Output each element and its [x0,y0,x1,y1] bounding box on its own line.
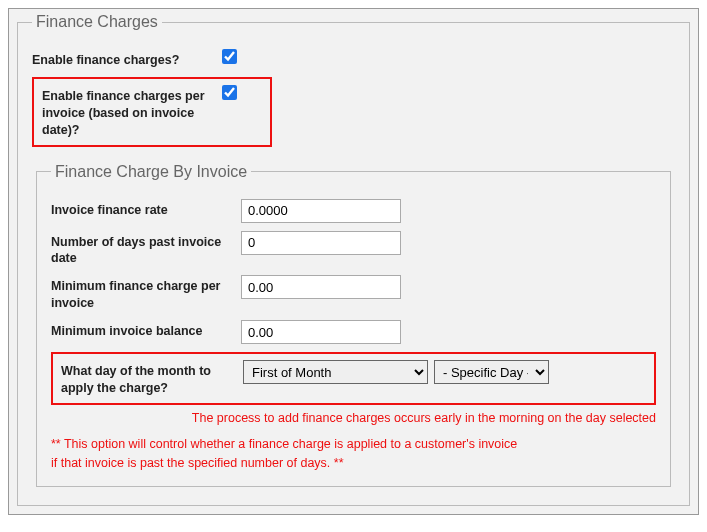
by-invoice-legend: Finance Charge By Invoice [51,163,251,181]
rate-label: Invoice finance rate [51,199,241,219]
apply-day-label: What day of the month to apply the charg… [61,360,243,397]
process-note: The process to add finance charges occur… [51,411,656,425]
enable-per-invoice-checkbox[interactable] [222,85,237,100]
min-charge-row: Minimum finance charge per invoice [51,275,656,312]
settings-panel: Finance Charges Enable finance charges? … [8,8,699,515]
rate-row: Invoice finance rate [51,199,656,223]
enable-row: Enable finance charges? [32,49,675,69]
per-invoice-label: Enable finance charges per invoice (base… [42,85,222,139]
apply-day-highlight: What day of the month to apply the charg… [51,352,656,405]
invoice-finance-rate-input[interactable] [241,199,401,223]
min-invoice-balance-input[interactable] [241,320,401,344]
per-invoice-highlight: Enable finance charges per invoice (base… [32,77,272,147]
min-charge-label: Minimum finance charge per invoice [51,275,241,312]
option-note-line1: ** This option will control whether a fi… [51,435,656,454]
finance-charges-legend: Finance Charges [32,13,162,31]
enable-label: Enable finance charges? [32,49,222,69]
min-balance-label: Minimum invoice balance [51,320,241,340]
days-past-invoice-input[interactable] [241,231,401,255]
days-label: Number of days past invoice date [51,231,241,268]
apply-day-specific-select[interactable]: - Specific Day - [434,360,549,384]
option-note-line2: if that invoice is past the specified nu… [51,454,656,473]
min-balance-row: Minimum invoice balance [51,320,656,344]
finance-charge-by-invoice-fieldset: Finance Charge By Invoice Invoice financ… [36,163,671,488]
min-finance-charge-input[interactable] [241,275,401,299]
apply-day-mode-select[interactable]: First of Month [243,360,428,384]
finance-charges-fieldset: Finance Charges Enable finance charges? … [17,13,690,506]
option-note: ** This option will control whether a fi… [51,435,656,473]
days-row: Number of days past invoice date [51,231,656,268]
enable-finance-charges-checkbox[interactable] [222,49,237,64]
